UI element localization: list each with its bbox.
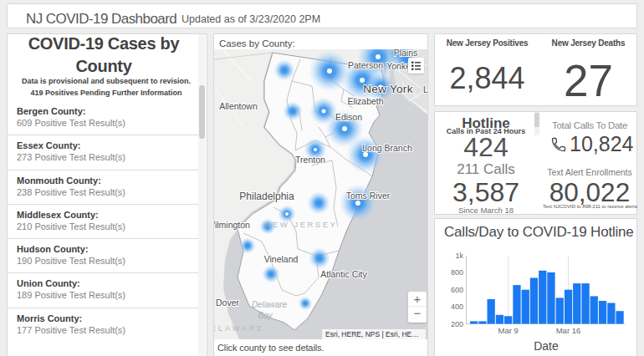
svg-text:Philadelphia: Philadelphia [239,191,294,202]
svg-text:Dover: Dover [216,298,240,308]
svg-text:800: 800 [451,268,463,277]
svg-text:Date: Date [534,339,559,353]
svg-text:Paterson: Paterson [348,60,383,70]
svg-text:Long Branch: Long Branch [362,143,412,153]
svg-text:Bay: Bay [258,311,273,320]
svg-text:400: 400 [451,303,463,311]
svg-text:ELAWARE: ELAWARE [214,324,264,333]
svg-text:600: 600 [451,286,463,294]
svg-text:Edison: Edison [335,112,362,122]
svg-text:Mar 9: Mar 9 [498,326,519,335]
svg-text:Vineland: Vineland [264,254,299,264]
svg-text:Mar 16: Mar 16 [556,326,581,335]
svg-text:1k: 1k [455,252,463,260]
svg-text:Elizabeth: Elizabeth [347,96,383,106]
svg-text:Wilmington: Wilmington [214,220,250,230]
svg-text:NEW JERSEY: NEW JERSEY [265,220,338,229]
svg-text:Le: Le [423,84,427,94]
svg-text:Allentown: Allentown [219,101,258,111]
svg-text:Trenton: Trenton [295,155,325,165]
svg-text:Delaware: Delaware [252,300,288,309]
svg-text:Toms River: Toms River [346,191,391,201]
svg-text:New York: New York [363,83,412,95]
svg-text:Atlantic City: Atlantic City [320,269,367,279]
svg-text:200: 200 [451,320,463,328]
svg-text:Plains: Plains [394,49,418,58]
